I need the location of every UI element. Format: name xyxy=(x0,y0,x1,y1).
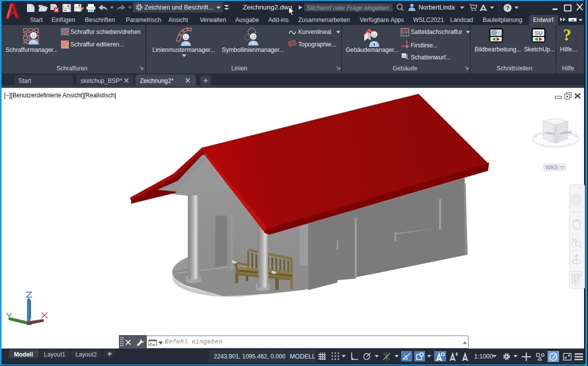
svg-text:?: ? xyxy=(563,27,572,43)
svg-text:W: W xyxy=(535,135,537,138)
svg-text:N: N xyxy=(568,142,570,145)
svg-text:SU: SU xyxy=(535,30,543,36)
svg-text:?: ? xyxy=(506,5,510,11)
svg-text:O: O xyxy=(575,134,577,137)
